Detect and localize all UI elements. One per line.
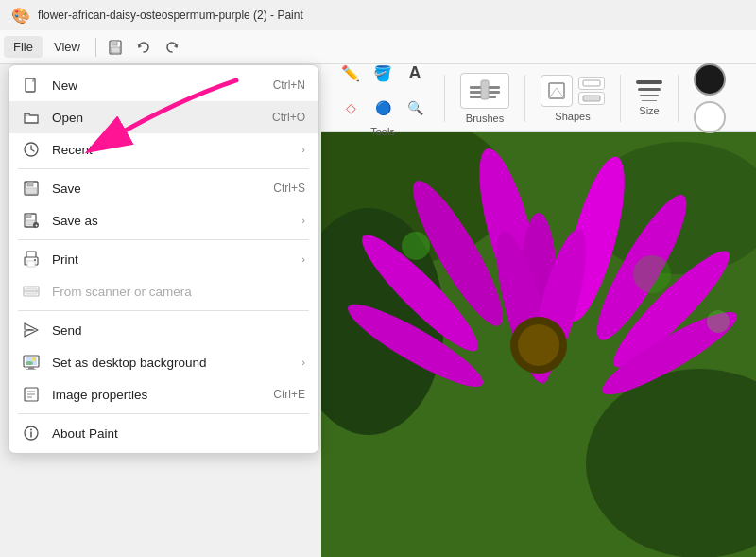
tools-group: ✏️ 🪣 A ◇ 🔵 🔍 Tools	[336, 60, 429, 137]
window-title: flower-african-daisy-osteospermum-purple…	[38, 9, 303, 22]
desktop-bg-icon	[22, 353, 41, 372]
color-white[interactable]	[694, 101, 726, 133]
menu-divider-3	[18, 310, 309, 311]
file-menu: New Ctrl+N Open Ctrl+O Recent ›	[8, 64, 319, 454]
menu-item-save-as[interactable]: + Save as ›	[9, 204, 318, 236]
menu-separator	[95, 38, 96, 57]
menu-item-print[interactable]: Print ›	[9, 243, 318, 275]
svg-rect-37	[26, 214, 31, 218]
menu-item-open[interactable]: Open Ctrl+O	[9, 101, 318, 133]
size-medium[interactable]	[638, 88, 661, 91]
menu-divider-4	[18, 413, 309, 414]
outline-icon	[582, 78, 601, 88]
svg-text:+: +	[35, 222, 38, 228]
brushes-icon	[468, 78, 502, 103]
redo-btn[interactable]	[159, 34, 185, 61]
svg-rect-29	[583, 80, 600, 86]
menu-item-desktop-bg[interactable]: Set as desktop background ›	[9, 346, 318, 378]
save-icon-btn[interactable]	[102, 34, 129, 61]
open-shortcut: Ctrl+O	[272, 111, 305, 124]
scanner-icon	[22, 282, 41, 301]
svg-point-59	[30, 429, 32, 431]
save-as-icon: +	[22, 211, 41, 230]
toolbar-sep-1	[444, 75, 445, 122]
menu-file[interactable]: File	[4, 36, 43, 58]
toolbar-sep-3	[620, 75, 621, 122]
app-icon: 🎨	[11, 7, 30, 25]
about-icon	[22, 424, 41, 443]
brushes-group: Brushes	[460, 73, 509, 124]
menu-view[interactable]: View	[44, 36, 90, 58]
svg-point-22	[633, 255, 671, 293]
new-shortcut: Ctrl+N	[273, 78, 305, 92]
menu-item-recent[interactable]: Recent ›	[9, 133, 318, 165]
color-black[interactable]	[694, 63, 726, 96]
menu-divider-1	[18, 168, 309, 169]
pencil-btn[interactable]: ✏️	[336, 60, 365, 88]
save-icon	[108, 40, 123, 55]
fill-btn[interactable]	[578, 92, 605, 105]
save-shortcut: Ctrl+S	[273, 182, 305, 195]
zoom-btn[interactable]: 🔍	[401, 94, 429, 122]
title-bar: 🎨 flower-african-daisy-osteospermum-purp…	[0, 0, 756, 30]
flower-image	[321, 132, 756, 557]
recent-icon	[22, 140, 41, 159]
redo-icon	[164, 40, 180, 55]
menu-item-send[interactable]: Send	[9, 314, 318, 346]
recent-label: Recent	[52, 143, 290, 157]
toolbar: ✏️ 🪣 A ◇ 🔵 🔍 Tools Brushes	[321, 64, 756, 132]
open-label: Open	[52, 111, 261, 125]
svg-rect-2	[111, 47, 120, 53]
size-group: Size	[636, 80, 662, 116]
text-btn[interactable]: A	[401, 60, 429, 88]
shapes-group: Shapes	[541, 75, 605, 122]
menu-item-about[interactable]: About Paint	[9, 417, 318, 449]
eyedropper-btn[interactable]: 🔵	[369, 94, 397, 122]
svg-rect-53	[26, 369, 36, 370]
save-as-label: Save as	[52, 214, 290, 228]
send-icon	[22, 321, 41, 339]
print-arrow: ›	[301, 253, 305, 265]
svg-rect-27	[481, 80, 489, 99]
new-label: New	[52, 78, 262, 93]
svg-rect-1	[112, 41, 117, 45]
shapes-selector[interactable]	[541, 75, 573, 107]
undo-btn[interactable]	[130, 34, 157, 61]
recent-arrow: ›	[301, 144, 305, 155]
save-as-arrow: ›	[301, 215, 305, 226]
brushes-btn[interactable]	[460, 73, 509, 109]
menu-item-new[interactable]: New Ctrl+N	[9, 69, 318, 101]
image-props-shortcut: Ctrl+E	[273, 388, 305, 401]
desktop-bg-label: Set as desktop background	[52, 356, 290, 370]
svg-rect-52	[28, 367, 34, 369]
svg-point-44	[34, 259, 36, 261]
toolbar-sep-4	[678, 75, 679, 122]
canvas-area	[321, 132, 756, 557]
svg-rect-28	[549, 83, 564, 98]
save-label: Save	[52, 182, 262, 196]
tools-label: Tools	[370, 126, 395, 137]
paint-btn[interactable]: 🪣	[369, 60, 397, 88]
svg-point-51	[26, 361, 33, 365]
send-label: Send	[52, 323, 305, 338]
scanner-label: From scanner or camera	[52, 285, 305, 299]
svg-point-23	[707, 310, 730, 333]
menu-item-save[interactable]: Save Ctrl+S	[9, 172, 318, 204]
svg-rect-35	[26, 188, 37, 194]
menu-item-image-props[interactable]: Image properties Ctrl+E	[9, 378, 318, 410]
toolbar-sep-2	[524, 75, 525, 122]
print-label: Print	[52, 252, 290, 267]
size-small[interactable]	[640, 95, 659, 96]
outline-btn[interactable]	[578, 77, 605, 90]
eraser-btn[interactable]: ◇	[336, 94, 365, 122]
size-large[interactable]	[636, 80, 662, 84]
shapes-icon	[546, 80, 567, 101]
svg-point-21	[402, 232, 430, 260]
shapes-label: Shapes	[555, 111, 590, 122]
menu-item-scanner: From scanner or camera	[9, 275, 318, 307]
size-xsmall[interactable]	[642, 100, 657, 101]
save-menu-icon	[22, 179, 41, 198]
image-props-icon	[22, 385, 41, 404]
svg-rect-30	[583, 96, 600, 101]
svg-point-50	[32, 357, 36, 361]
